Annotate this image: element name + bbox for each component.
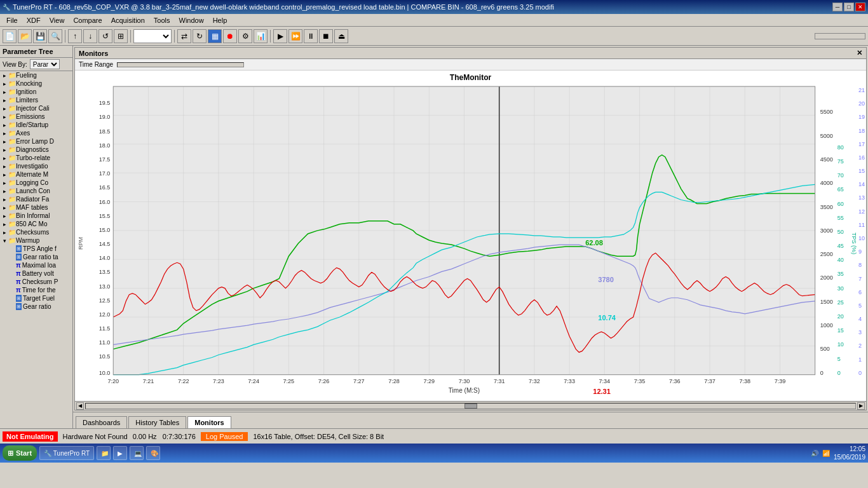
tabs-bar: DashboardsHistory TablesMonitors (73, 412, 868, 428)
tree-item-3[interactable]: ▸📁Limiters (0, 96, 72, 104)
tree-item-2[interactable]: ▸📁Ignition (0, 88, 72, 96)
pause-btn[interactable]: ⏸ (304, 29, 318, 43)
tree-item-11[interactable]: ▸📁Investigatio (0, 162, 72, 170)
tree-item-9[interactable]: ▸📁Diagnostics (0, 146, 72, 154)
grid-btn[interactable]: ▦ (208, 29, 222, 43)
tree-item-12[interactable]: ▸📁Alternate M (0, 170, 72, 179)
pi-icon: π (16, 262, 21, 269)
monitor-chart: 10.0 10.5 11.0 11.5 12.0 12.5 13.0 13.5 … (75, 83, 866, 397)
tab-dashboards[interactable]: Dashboards (76, 416, 127, 428)
svg-text:16.5: 16.5 (99, 184, 111, 191)
stop-btn[interactable]: ⏹ (319, 29, 333, 43)
eject-btn[interactable]: ⏏ (334, 29, 348, 43)
tree-item-14[interactable]: ▸📁Launch Con (0, 187, 72, 195)
svg-text:TPS (%): TPS (%) (851, 233, 857, 254)
menu-item-tools[interactable]: Tools (150, 15, 174, 25)
tree-item-13[interactable]: ▸📁Logging Co (0, 179, 72, 187)
taskbar-app-2[interactable]: 📁 (97, 446, 111, 460)
menu-item-xdf[interactable]: XDF (23, 15, 44, 25)
svg-text:1000: 1000 (820, 322, 833, 329)
toolbar-btn7[interactable]: ↺ (98, 29, 112, 43)
time-range-slider[interactable] (117, 62, 244, 67)
tree-item-24[interactable]: πBattery volt (0, 269, 72, 278)
expand-icon: ▸ (1, 97, 8, 104)
svg-text:75: 75 (837, 158, 844, 165)
taskbar-app-1[interactable]: 🔧 TunerPro RT (39, 446, 94, 460)
svg-text:60: 60 (837, 201, 844, 207)
tree-item-label: Battery volt (22, 270, 54, 277)
viewby-select[interactable]: Parar (30, 59, 60, 69)
tree-item-28[interactable]: ⊞Gear ratio (0, 302, 72, 311)
minimize-button[interactable]: ─ (832, 3, 843, 11)
monitor-close-button[interactable]: ✕ (857, 49, 862, 57)
volume-icon[interactable]: 🔊 (811, 450, 818, 457)
tree-item-17[interactable]: ▸📁Bin Informal (0, 212, 72, 220)
toolbar-btn4[interactable]: 🔍 (48, 29, 62, 43)
taskbar-app-3[interactable]: ▶ (113, 446, 127, 460)
menu-item-window[interactable]: Window (175, 15, 208, 25)
tree-item-27[interactable]: ⊞Target Fuel (0, 294, 72, 302)
taskbar-app-5[interactable]: 🎨 (146, 446, 160, 460)
expand-icon: ▸ (1, 114, 8, 120)
tree-item-1[interactable]: ▸📁Knocking (0, 79, 72, 88)
tree-item-19[interactable]: ▸📁Checksums (0, 228, 72, 236)
tree-item-18[interactable]: ▸📁850 AC Mo (0, 220, 72, 228)
tree-item-label: Injector Cali (16, 105, 50, 112)
new-button[interactable]: 📄 (3, 29, 17, 43)
tree-item-20[interactable]: ▾📁Warmup (0, 236, 72, 245)
tree-item-23[interactable]: πMaximal loa (0, 261, 72, 269)
toolbar-btn6[interactable]: ↓ (83, 29, 97, 43)
tree-item-7[interactable]: ▸📁Axes (0, 129, 72, 137)
tree-item-16[interactable]: ▸📁MAF tables (0, 203, 72, 212)
tree-item-0[interactable]: ▸📁Fueling (0, 71, 72, 79)
tree-item-21[interactable]: ⊞TPS Angle f (0, 245, 72, 253)
tree-item-15[interactable]: ▸📁Radiator Fa (0, 195, 72, 203)
maximize-button[interactable]: □ (844, 3, 854, 11)
network-icon[interactable]: 📶 (822, 450, 830, 457)
play-btn[interactable]: ▶ (273, 29, 287, 43)
acq-btn3[interactable]: 📊 (254, 29, 268, 43)
svg-text:2000: 2000 (820, 274, 833, 281)
expand-icon: ▸ (1, 81, 8, 87)
acq-btn2[interactable]: ⚙ (238, 29, 252, 43)
tab-history-tables[interactable]: History Tables (128, 416, 186, 428)
menu-item-view[interactable]: View (46, 15, 69, 25)
folder-icon: 📁 (8, 196, 16, 203)
acq-btn1[interactable]: ⏺ (223, 29, 237, 43)
taskbar-app-4[interactable]: 💻 (130, 446, 144, 460)
tree-item-4[interactable]: ▸📁Injector Cali (0, 104, 72, 112)
folder-icon: 📁 (8, 97, 16, 104)
compare-btn[interactable]: ⇄ (177, 29, 191, 43)
toolbar-dropdown[interactable] (133, 29, 172, 43)
start-button[interactable]: ⊞ Start (3, 445, 37, 461)
tree-item-6[interactable]: ▸📁Idle/Startup (0, 121, 72, 129)
fast-forward-btn[interactable]: ⏩ (288, 29, 302, 43)
svg-text:62.08: 62.08 (585, 239, 603, 247)
tree-item-26[interactable]: πTime for the (0, 286, 72, 294)
tree-item-25[interactable]: πChecksum P (0, 278, 72, 286)
tree-item-5[interactable]: ▸📁Emissions (0, 112, 72, 121)
scroll-left-btn[interactable]: ◀ (76, 402, 84, 410)
expand-icon: ▸ (1, 147, 8, 153)
refresh-btn[interactable]: ↻ (193, 29, 207, 43)
svg-text:18.5: 18.5 (99, 128, 111, 135)
scroll-right-btn[interactable]: ▶ (857, 402, 865, 410)
scroll-track[interactable] (85, 403, 856, 409)
folder-icon: 📁 (8, 80, 16, 87)
menu-item-help[interactable]: Help (209, 15, 231, 25)
toolbar-btn8[interactable]: ⊞ (114, 29, 128, 43)
menu-item-acquisition[interactable]: Acquisition (107, 15, 149, 25)
tab-monitors[interactable]: Monitors (187, 416, 231, 428)
open-button[interactable]: 📂 (18, 29, 32, 43)
expand-icon (9, 271, 15, 277)
scroll-thumb[interactable] (465, 403, 477, 409)
tree-item-22[interactable]: ⊞Gear ratio ta (0, 253, 72, 261)
tree-item-8[interactable]: ▸📁Error Lamp D (0, 137, 72, 146)
menu-item-file[interactable]: File (3, 15, 22, 25)
menu-item-compare[interactable]: Compare (69, 15, 105, 25)
save-button[interactable]: 💾 (33, 29, 47, 43)
tree-item-10[interactable]: ▸📁Turbo-relate (0, 154, 72, 162)
toolbar-btn5[interactable]: ↑ (68, 29, 82, 43)
svg-text:4500: 4500 (820, 156, 833, 163)
close-button[interactable]: ✕ (855, 3, 865, 11)
